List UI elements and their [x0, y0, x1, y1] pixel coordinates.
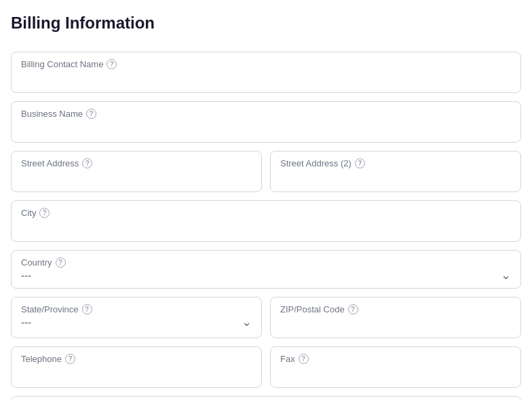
- fax-field: Fax ?: [270, 346, 521, 388]
- country-chevron-icon: ⌄: [501, 269, 511, 281]
- billing-contact-name-help-icon[interactable]: ?: [107, 59, 117, 69]
- telephone-help-icon[interactable]: ?: [65, 354, 75, 364]
- city-input[interactable]: [21, 219, 511, 234]
- country-label: Country ?: [21, 257, 511, 268]
- state-province-label: State/Province ?: [21, 304, 252, 314]
- street-address-input[interactable]: [21, 170, 252, 185]
- country-help-icon[interactable]: ?: [56, 257, 66, 268]
- business-name-field: Business Name ?: [11, 101, 521, 143]
- state-province-chevron-icon: ⌄: [242, 316, 252, 328]
- business-name-input[interactable]: [21, 120, 511, 135]
- street-address-field: Street Address ?: [11, 151, 262, 192]
- fax-help-icon[interactable]: ?: [299, 354, 309, 364]
- street-address-2-input[interactable]: [280, 170, 511, 185]
- city-label: City ?: [21, 208, 511, 218]
- zip-postal-input[interactable]: [280, 316, 511, 331]
- business-name-row: Business Name ?: [11, 101, 521, 143]
- telephone-label: Telephone ?: [21, 354, 252, 364]
- zip-postal-field: ZIP/Postal Code ?: [270, 297, 521, 338]
- country-value: ---: [21, 270, 31, 281]
- country-select-wrapper[interactable]: --- ⌄: [21, 269, 511, 281]
- page-title: Billing Information: [11, 14, 521, 33]
- billing-contact-name-field: Billing Contact Name ?: [11, 52, 521, 93]
- state-province-field[interactable]: State/Province ? --- ⌄: [11, 297, 262, 338]
- telephone-input[interactable]: [21, 365, 252, 380]
- business-name-help-icon[interactable]: ?: [86, 109, 96, 119]
- telephone-field: Telephone ?: [11, 346, 262, 388]
- email-field: Email ?: [11, 396, 521, 400]
- zip-postal-help-icon[interactable]: ?: [348, 304, 358, 314]
- business-name-label: Business Name ?: [21, 109, 511, 119]
- street-address-help-icon[interactable]: ?: [82, 158, 92, 168]
- telephone-fax-row: Telephone ? Fax ?: [11, 346, 521, 388]
- country-field[interactable]: Country ? --- ⌄: [11, 250, 521, 289]
- state-province-value: ---: [21, 316, 31, 328]
- fax-input[interactable]: [280, 365, 511, 380]
- street-address-2-label: Street Address (2) ?: [280, 158, 511, 168]
- city-field: City ?: [11, 200, 521, 242]
- zip-postal-label: ZIP/Postal Code ?: [280, 304, 511, 314]
- street-address-2-field: Street Address (2) ?: [270, 151, 521, 192]
- fax-label: Fax ?: [280, 354, 511, 364]
- street-address-label: Street Address ?: [21, 158, 252, 168]
- street-address-row: Street Address ? Street Address (2) ?: [11, 151, 521, 192]
- email-row: Email ?: [11, 396, 521, 400]
- country-row: Country ? --- ⌄: [11, 250, 521, 289]
- billing-form: Billing Contact Name ? Business Name ? S…: [11, 52, 521, 400]
- city-row: City ?: [11, 200, 521, 242]
- billing-contact-name-label: Billing Contact Name ?: [21, 59, 511, 69]
- state-province-select-wrapper[interactable]: --- ⌄: [21, 316, 252, 328]
- street-address-2-help-icon[interactable]: ?: [355, 158, 365, 168]
- state-province-help-icon[interactable]: ?: [82, 304, 92, 314]
- state-zip-row: State/Province ? --- ⌄ ZIP/Postal Code ?: [11, 297, 521, 338]
- billing-contact-name-input[interactable]: [21, 71, 511, 86]
- city-help-icon[interactable]: ?: [39, 208, 50, 218]
- billing-contact-name-row: Billing Contact Name ?: [11, 52, 521, 93]
